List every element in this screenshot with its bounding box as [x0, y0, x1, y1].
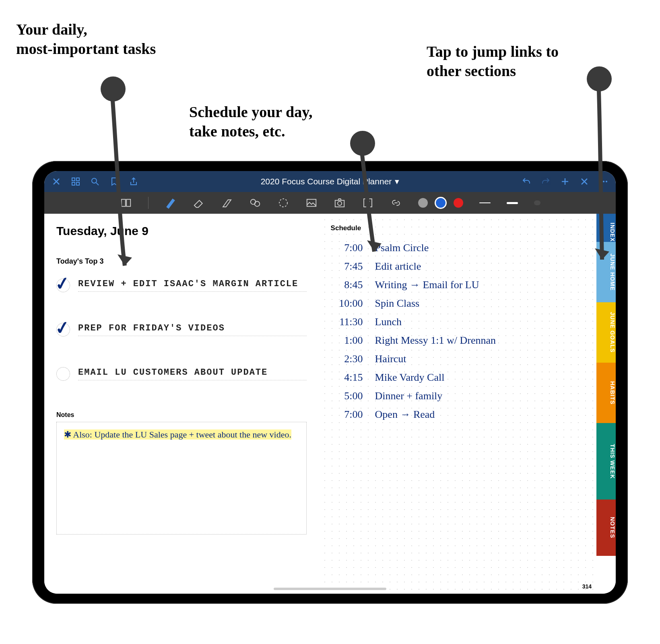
task-text: Review + edit Isaac's Margin Article: [78, 279, 307, 292]
shape-tool-icon[interactable]: [249, 197, 261, 209]
bookmark-icon[interactable]: [109, 177, 119, 186]
svg-rect-0: [72, 178, 75, 181]
grid-icon[interactable]: [71, 177, 80, 186]
section-tab-habits[interactable]: HABITS: [596, 363, 616, 423]
image-tool-icon[interactable]: [305, 197, 318, 209]
svg-rect-3: [76, 182, 79, 185]
highlighter-tool-icon[interactable]: [221, 197, 233, 209]
schedule-time: 11:30: [331, 316, 363, 328]
stroke-width-thin[interactable]: [479, 202, 491, 203]
svg-rect-1: [76, 178, 79, 181]
link-tool-icon[interactable]: [390, 197, 402, 209]
callout-dot: [101, 76, 126, 101]
schedule-item: Dinner + family: [375, 390, 443, 402]
svg-point-12: [279, 199, 287, 207]
notes-label: Notes: [56, 411, 307, 419]
svg-point-7: [606, 181, 607, 182]
schedule-row[interactable]: 1:00Right Messy 1:1 w/ Drennan: [331, 334, 584, 347]
schedule-row[interactable]: 7:00Open → Read: [331, 409, 584, 421]
planner-left-column: Tuesday, June 9 Today's Top 3 ✓ Review +…: [44, 214, 319, 594]
schedule-row[interactable]: 10:00Spin Class: [331, 297, 584, 310]
section-tab-index[interactable]: INDEX: [596, 214, 616, 242]
schedule-time: 7:00: [331, 242, 363, 254]
schedule-time: 5:00: [331, 390, 363, 402]
task-checkbox[interactable]: ✓: [56, 279, 70, 292]
svg-point-6: [603, 181, 604, 182]
schedule-time: 7:00: [331, 409, 363, 421]
svg-point-4: [92, 178, 97, 183]
task-row[interactable]: ✓ Prep for Friday's videos: [56, 323, 307, 336]
schedule-item: Spin Class: [375, 297, 420, 310]
text-tool-icon[interactable]: [362, 197, 374, 209]
chevron-down-icon: ▾: [395, 177, 399, 186]
schedule-time: 1:00: [331, 334, 363, 347]
task-checkbox[interactable]: [56, 367, 70, 381]
add-icon[interactable]: [560, 177, 570, 186]
color-swatch-red[interactable]: [454, 198, 463, 208]
eraser-tool-icon[interactable]: [193, 197, 205, 209]
camera-tool-icon[interactable]: [334, 197, 346, 209]
task-checkbox[interactable]: ✓: [56, 323, 70, 336]
task-text: Prep for Friday's videos: [78, 323, 307, 336]
schedule-time: 10:00: [331, 297, 363, 310]
svg-point-15: [338, 201, 342, 205]
pen-tool-icon[interactable]: [165, 197, 177, 209]
color-swatch-blue[interactable]: [436, 198, 446, 208]
schedule-row[interactable]: 5:00Dinner + family: [331, 390, 584, 402]
schedule-item: Edit article: [375, 260, 421, 272]
schedule-label: Schedule: [331, 224, 584, 232]
toolbar: [44, 192, 616, 214]
share-icon[interactable]: [129, 177, 138, 186]
stroke-width-thick[interactable]: [534, 200, 540, 205]
schedule-row[interactable]: 7:45Edit article: [331, 260, 584, 272]
schedule-item: Right Messy 1:1 w/ Drennan: [375, 334, 496, 347]
more-icon[interactable]: [599, 177, 608, 186]
planner-right-column: Schedule 7:00Psalm Circle7:45Edit articl…: [319, 214, 596, 594]
close-x-icon[interactable]: [580, 177, 589, 186]
home-indicator[interactable]: [274, 588, 386, 590]
section-tab-this-week[interactable]: THIS WEEK: [596, 423, 616, 500]
ipad-frame: 2020 Focus Course Digital Planner ▾: [32, 161, 628, 604]
schedule-item: Psalm Circle: [375, 242, 429, 254]
ipad-screen: 2020 Focus Course Digital Planner ▾: [44, 171, 616, 594]
schedule-time: 8:45: [331, 279, 363, 291]
section-tab-june-home[interactable]: JUNE HOME: [596, 242, 616, 302]
stroke-width-medium[interactable]: [507, 202, 518, 204]
divider: [148, 197, 148, 209]
task-row[interactable]: ✓ Review + edit Isaac's Margin Article: [56, 279, 307, 292]
schedule-row[interactable]: 2:30Haircut: [331, 353, 584, 365]
section-tab-june-goals[interactable]: JUNE GOALS: [596, 302, 616, 363]
zoom-tool-icon[interactable]: [120, 197, 132, 209]
schedule-time: 2:30: [331, 353, 363, 365]
task-text: Email LU customers about update: [78, 367, 307, 380]
schedule-item: Mike Vardy Call: [375, 372, 445, 384]
svg-rect-2: [72, 182, 75, 185]
search-icon[interactable]: [90, 177, 100, 186]
schedule-row[interactable]: 7:00Psalm Circle: [331, 242, 584, 254]
color-swatch-gray[interactable]: [418, 198, 428, 208]
annotation-tabs: Tap to jump links to other sections: [427, 42, 559, 80]
svg-rect-9: [126, 199, 130, 206]
schedule-row[interactable]: 8:45Writing → Email for LU: [331, 279, 584, 291]
svg-rect-13: [307, 199, 316, 206]
svg-point-5: [600, 181, 602, 182]
svg-point-11: [254, 201, 260, 206]
app-titlebar: 2020 Focus Course Digital Planner ▾: [44, 171, 616, 192]
callout-dot: [587, 66, 612, 91]
schedule-item: Lunch: [375, 316, 402, 328]
page-number: 314: [582, 583, 592, 590]
schedule-time: 4:15: [331, 372, 363, 384]
redo-icon[interactable]: [541, 177, 551, 186]
section-tabs: INDEXJUNE HOMEJUNE GOALSHABITSTHIS WEEKN…: [596, 214, 616, 594]
document-title[interactable]: 2020 Focus Course Digital Planner ▾: [261, 177, 400, 186]
notes-box[interactable]: ✱ Also: Update the LU Sales page + tweet…: [56, 422, 307, 535]
schedule-row[interactable]: 4:15Mike Vardy Call: [331, 372, 584, 384]
lasso-tool-icon[interactable]: [277, 197, 289, 209]
undo-icon[interactable]: [522, 177, 531, 186]
task-row[interactable]: Email LU customers about update: [56, 367, 307, 381]
schedule-item: Writing → Email for LU: [375, 279, 479, 291]
close-icon[interactable]: [52, 177, 61, 186]
svg-rect-8: [121, 199, 125, 206]
schedule-row[interactable]: 11:30Lunch: [331, 316, 584, 328]
section-tab-notes[interactable]: NOTES: [596, 500, 616, 556]
